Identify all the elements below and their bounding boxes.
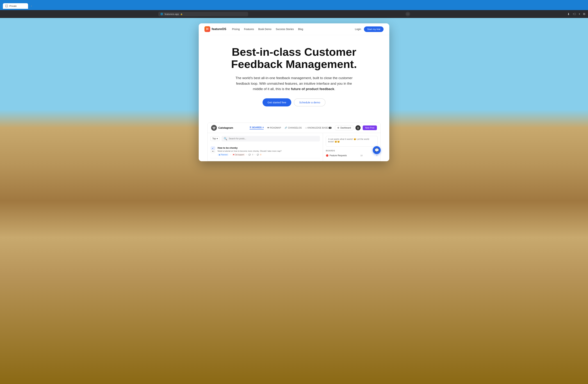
board-count: 10 [360, 154, 362, 157]
app-nav-knowledge[interactable]: □ KNOWLEDGE BASE B [305, 127, 331, 129]
search-bar: 🔍 [222, 136, 320, 141]
url-text: featureos.app [165, 13, 179, 16]
dashboard-label: Dashboard [340, 127, 351, 129]
nav-actions: Login Start my trial [355, 26, 383, 32]
tab-label: Private [9, 5, 17, 7]
svg-point-1 [213, 127, 214, 128]
post-textarea[interactable] [326, 136, 378, 147]
app-preview-wrapper: Catstagram ☰ BOARDS ▾ 🗺 ROADMAP [203, 122, 385, 161]
app-preview: Catstagram ☰ BOARDS ▾ 🗺 ROADMAP [207, 122, 381, 161]
search-icon: 🔍 [224, 137, 227, 141]
svg-point-5 [357, 127, 358, 128]
logo-area[interactable]: H featureOS [205, 26, 226, 32]
app-nav-items: ☰ BOARDS ▾ 🗺 ROADMAP 🔗 CHANGELOG [250, 126, 331, 129]
toolbar-right: ⬇ ↑□ + ⧉ [567, 12, 585, 16]
vote-down-count: 0 [213, 150, 214, 152]
back-button[interactable]: ‹ [31, 4, 32, 8]
globe-icon: 🌐 [160, 13, 163, 15]
status-label: Planned [221, 154, 228, 156]
boards-label: BOARDS [252, 126, 262, 129]
login-button[interactable]: Login [355, 28, 361, 31]
add-tab-icon[interactable]: + [579, 12, 580, 16]
nav-link-success[interactable]: Success Stories [276, 28, 294, 31]
board-label: Feature Requests [330, 154, 347, 157]
hero-section: Best-in-class Customer Feedback Manageme… [199, 35, 389, 115]
top-label: Top [212, 137, 216, 140]
nav-link-features[interactable]: Features [244, 28, 254, 31]
separator-2: • [247, 154, 247, 156]
separator-1: • [230, 154, 231, 156]
knowledge-icon: □ [305, 127, 307, 129]
boards-icon: ☰ [250, 126, 252, 129]
vote-column: ▲ 7 ▼ 0 [210, 146, 215, 156]
post-status: ◉ Planned [218, 154, 229, 156]
nav-link-pricing[interactable]: Pricing [232, 28, 240, 31]
nav-link-blog[interactable]: Blog [298, 28, 303, 31]
dashboard-icon: ⚙ [337, 127, 339, 129]
nav-links: Pricing Features Book Demo Success Stori… [232, 28, 355, 31]
desert-background: H featureOS Pricing Features Book Demo S… [0, 18, 588, 384]
logo-icon: H [205, 26, 210, 32]
main-content-card: H featureOS Pricing Features Book Demo S… [199, 23, 389, 161]
app-brand-name: Catstagram [218, 126, 233, 129]
board-emoji: 🔴 [326, 154, 329, 157]
svg-point-0 [211, 125, 217, 131]
app-left-panel: Top ▾ 🔍 ▲ 7 ▼ 0 [208, 133, 323, 161]
post-description: Need a tutorial on how to become more ch… [218, 150, 320, 152]
svg-point-3 [213, 128, 215, 129]
new-post-button[interactable]: New Post [363, 125, 377, 130]
svg-point-7 [357, 128, 359, 129]
hero-subtitle: The world's best all-in-one feedback man… [233, 75, 355, 92]
app-nav-boards[interactable]: ☰ BOARDS ▾ [250, 126, 264, 129]
download-icon[interactable]: ⬇ [567, 12, 570, 16]
roadmap-label: ROADMAP [270, 127, 281, 129]
hero-buttons: Get started free Schedule a demo [206, 98, 382, 106]
top-dropdown[interactable]: Top ▾ [210, 136, 220, 141]
dashboard-button[interactable]: ⚙ Dashboard [335, 125, 353, 130]
trial-button[interactable]: Start my trial [364, 26, 383, 32]
search-input[interactable] [229, 137, 318, 140]
more-button[interactable]: ··· [405, 12, 410, 16]
browser-toolbar: 🌐 featureos.app 🔒 ··· ⬇ ↑□ + ⧉ [0, 10, 588, 18]
board-add-button[interactable]: + [376, 154, 378, 157]
app-logo-area: Catstagram [211, 125, 233, 131]
app-right-panel: BOARDS 🔴 Feature Requests 10 + [323, 133, 380, 161]
app-nav-changelog[interactable]: 🔗 CHANGELOG [285, 127, 302, 129]
hero-title: Best-in-class Customer Feedback Manageme… [226, 46, 362, 70]
address-bar[interactable]: 🌐 featureos.app 🔒 [158, 12, 248, 16]
logo-text: featureOS [212, 27, 226, 31]
tag-dot [233, 154, 234, 155]
svg-point-4 [356, 125, 360, 130]
vote-up-count: 7 [213, 147, 214, 149]
boards-section-title: BOARDS [326, 150, 378, 152]
knowledge-label: KNOWLEDGE BASE [308, 127, 328, 129]
separator-3: • [255, 154, 255, 156]
svg-point-2 [214, 127, 215, 128]
chat-bubble[interactable]: 💬 [373, 146, 381, 154]
tab-icon: □ [5, 5, 8, 7]
chat-icon: 💬 [375, 148, 379, 152]
app-nav-roadmap[interactable]: 🗺 ROADMAP [267, 127, 281, 129]
post-meta: ◉ Planned • Cat support • 💬 [218, 154, 320, 156]
schedule-demo-button[interactable]: Schedule a demo [294, 98, 326, 106]
vote-down-button[interactable]: ▼ 0 [211, 150, 215, 153]
app-right-actions: ⚙ Dashboard New Post [335, 125, 377, 130]
user-avatar [356, 125, 360, 130]
board-name: 🔴 Feature Requests [326, 154, 347, 157]
boards-dropdown-icon: ▾ [263, 126, 264, 129]
hero-subtitle-end: . [334, 87, 335, 91]
browser-tab[interactable]: □ Private [3, 3, 28, 9]
changelog-label: CHANGELOG [288, 127, 302, 129]
reactions-icon: 💬 [257, 154, 259, 156]
nav-link-bookdemo[interactable]: Book Demo [258, 28, 271, 31]
share-icon[interactable]: ↑□ [572, 12, 576, 16]
board-row: 🔴 Feature Requests 10 + [326, 153, 378, 158]
app-brand-avatar [211, 125, 217, 131]
tabs-icon[interactable]: ⧉ [583, 12, 585, 16]
navigation: H featureOS Pricing Features Book Demo S… [199, 23, 389, 35]
vote-up-button[interactable]: ▲ 7 [211, 146, 215, 150]
post-content: How to be chonky Need a tutorial on how … [218, 146, 320, 156]
comments-count: 0 [252, 154, 253, 156]
get-started-button[interactable]: Get started free [263, 98, 291, 106]
post-title: How to be chonky [218, 146, 320, 149]
